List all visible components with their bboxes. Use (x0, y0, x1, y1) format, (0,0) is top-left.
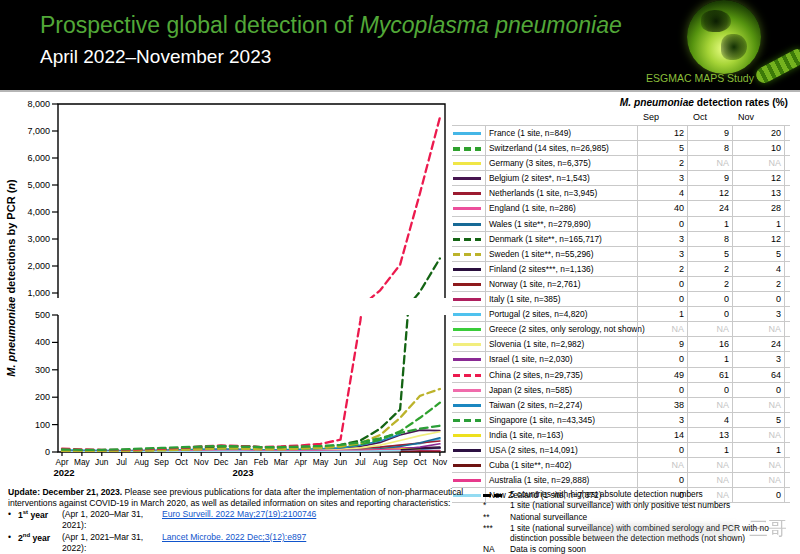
rate-value: 3 (732, 307, 785, 321)
country-label: India (1 site, n=163) (485, 428, 637, 442)
legend-line-swatch (453, 298, 481, 301)
footnote-row: 5 countries with highest absolute detect… (483, 489, 795, 499)
country-label: Cuba (1 site**, n=402) (485, 458, 637, 472)
series-line-china (62, 92, 440, 450)
watermark-text: 三哥 (749, 516, 787, 542)
legend-line-swatch (453, 479, 481, 482)
publication-link-year-1[interactable]: Euro Surveill. 2022 May;27(19):2100746 (162, 509, 316, 519)
legend-swatch-cell (452, 141, 485, 155)
rate-value: 5 (687, 247, 732, 261)
rate-value: NA (732, 473, 785, 487)
country-label: Germany (3 sites, n=6,375) (485, 156, 637, 170)
legend-line-swatch (453, 358, 481, 361)
rate-value: 24 (732, 337, 785, 351)
legend-line-swatch (453, 283, 481, 286)
rate-value: 16 (687, 337, 732, 351)
series-line-singapore (62, 317, 440, 319)
rate-value: NA (637, 322, 687, 336)
legend-swatch-cell (452, 473, 485, 487)
y-tick-label: 6,000 (27, 153, 50, 163)
country-label: Italy (1 site, n=385) (485, 292, 637, 306)
rate-value: 4 (687, 413, 732, 427)
rates-title-rest: detection rates (%) (694, 97, 788, 108)
rate-value: 61 (687, 368, 732, 382)
page-title-prefix: Prospective global detection of (40, 12, 360, 38)
globe-icon (687, 0, 761, 74)
rate-value: 3 (732, 352, 785, 366)
series-line-finland (62, 320, 440, 321)
page-subtitle: April 2022–November 2023 (40, 46, 271, 68)
year-range: (Apr 1, 2021–Mar 31, 2022): (62, 532, 162, 553)
year-label: 2nd year (18, 532, 62, 553)
legend-line-swatch (453, 268, 481, 271)
country-label: Australia (1 site, n=29,888) (485, 473, 637, 487)
country-row-australia: Australia (1 site, n=29,888)0NANA (452, 472, 790, 487)
rate-value: NA (732, 398, 785, 412)
rate-value: NA (732, 322, 785, 336)
footnote-text: 1 site (national surveillance) with only… (510, 500, 795, 510)
legend-line-swatch (453, 313, 481, 316)
legend-line-swatch (453, 389, 481, 392)
col-oct: Oct (687, 112, 732, 125)
rate-value: 9 (687, 171, 732, 185)
x-tick-label: Aug (373, 457, 388, 467)
detection-rates-table: M. pneumoniae detection rates (%) Sep Oc… (452, 97, 790, 503)
country-label: Sweden (1 site**, n=55,296) (485, 247, 637, 261)
series-line-belgium (62, 318, 440, 320)
y-tick-label: 500 (35, 310, 50, 320)
x-tick-label: Jun (334, 457, 348, 467)
legend-line-swatch (453, 419, 481, 423)
x-tick-label: Nov (194, 457, 210, 467)
x-tick-label: Dec (214, 457, 229, 467)
rate-value: 3 (637, 413, 687, 427)
country-label: Switzerland (14 sites, n=26,985) (485, 141, 637, 155)
country-label: China (2 sites, n=29,735) (485, 368, 637, 382)
rate-value: 0 (687, 292, 732, 306)
x-tick-label: Mar (274, 457, 289, 467)
legend-swatch-cell (452, 352, 485, 366)
year-label: 1st year (18, 509, 62, 530)
rate-value: 12 (732, 171, 785, 185)
publication-link-year-2[interactable]: Lancet Microbe. 2022 Dec;3(12):e897 (162, 532, 306, 542)
lower-panel-frame (58, 315, 445, 452)
series-line-slovenia (62, 318, 440, 320)
legend-swatch-cell (452, 368, 485, 382)
y-axis-title: M. pneumoniae detections by PCR (n) (5, 179, 17, 377)
legend-swatch-cell (452, 337, 485, 351)
y-tick-label: 3,000 (27, 234, 50, 244)
rate-value: NA (732, 156, 785, 170)
col-sep: Sep (637, 112, 687, 125)
country-row-usa: USA (2 sites, n=14,091)011 (452, 442, 790, 457)
x-tick-label: Nov (433, 457, 449, 467)
page-title: Prospective global detection of Mycoplas… (40, 12, 622, 39)
rate-value: NA (637, 458, 687, 472)
rate-value: 2 (637, 262, 687, 276)
country-row-germany: Germany (3 sites, n=6,375)2NANA (452, 155, 790, 170)
update-date: Update: December 21, 2023. (8, 487, 122, 497)
x-tick-label: Sep (393, 457, 408, 467)
country-row-cuba: Cuba (1 site**, n=402)NANANA (452, 457, 790, 472)
legend-line-swatch (453, 238, 481, 242)
country-row-singapore: Singapore (1 site, n=43,345)345 (452, 412, 790, 427)
legend-line-swatch (453, 253, 481, 257)
series-line-sweden (62, 314, 440, 320)
x-tick-label: Jan (234, 457, 248, 467)
x-tick-label: Jun (95, 457, 109, 467)
year-range: (Apr 1, 2020–Mar 31, 2021): (62, 509, 162, 530)
series-line-wales (62, 319, 440, 320)
rate-value: 0 (732, 383, 785, 397)
series-line-switzerland (62, 315, 440, 320)
series-lines-upper (62, 118, 440, 321)
country-row-norway: Norway (1 site, n=2,761)022 (452, 276, 790, 291)
rate-value: NA (732, 428, 785, 442)
rate-value: 0 (637, 383, 687, 397)
rate-value: 5 (732, 413, 785, 427)
update-note: Update: December 21, 2023. Please see pr… (8, 487, 473, 554)
rate-value: 5 (732, 247, 785, 261)
footnote-symbol: ** (483, 512, 510, 522)
legend-swatch-cell (452, 443, 485, 457)
x-tick-label: Jul (355, 457, 366, 467)
rate-value: NA (732, 458, 785, 472)
series-line-china (62, 118, 440, 320)
rate-value: 4 (732, 262, 785, 276)
